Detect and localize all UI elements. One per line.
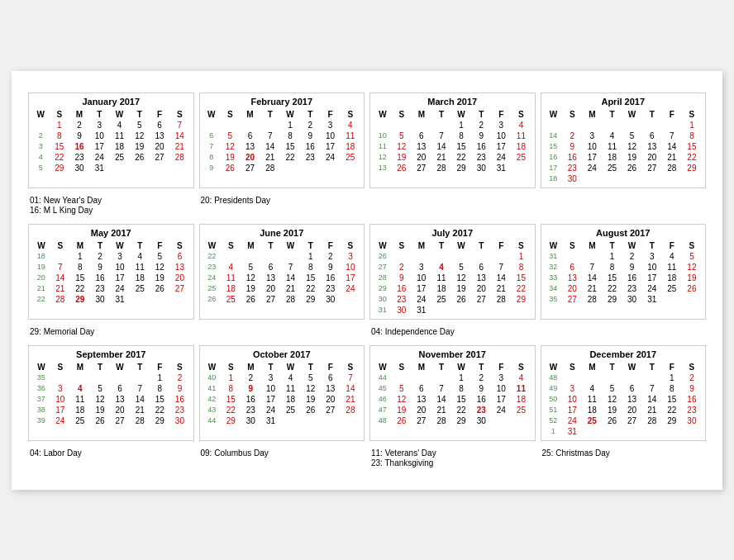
table-cell: 13 (240, 141, 260, 152)
table-cell: 8 (511, 262, 531, 273)
table-cell: 15 (301, 273, 321, 283)
table-cell: 26 (301, 405, 321, 415)
table-cell (240, 120, 260, 131)
table-cell: 25 (130, 283, 150, 294)
table-cell: 29 (221, 415, 241, 426)
table-cell (602, 120, 622, 131)
table-cell (582, 251, 602, 262)
table-cell: 2 (471, 120, 491, 131)
table-cell: 17 (582, 152, 602, 163)
col-header: T (642, 109, 662, 120)
table-cell (150, 294, 169, 305)
table-cell (682, 173, 702, 184)
table-cell: 44 (203, 415, 222, 426)
table-cell: 30 (69, 163, 89, 173)
table-cell: 31 (491, 163, 511, 173)
table-cell: 24 (491, 152, 511, 163)
table-cell: 38 (32, 405, 50, 415)
month-block-10: October 2017WSMTWTFS40123456741891011121… (199, 345, 365, 441)
table-cell: 15 (451, 141, 471, 152)
table-cell: 25 (662, 283, 682, 294)
table-cell: 37 (32, 394, 50, 405)
table-cell: 30 (392, 305, 412, 316)
table-cell: 11 (431, 273, 451, 283)
table-cell: 30 (682, 415, 702, 426)
table-cell: 14 (281, 273, 301, 283)
note-item: 20: Presidents Day (201, 196, 364, 205)
table-cell: 8 (280, 131, 300, 141)
table-cell: 26 (602, 415, 622, 426)
note-day: 09: (201, 448, 212, 458)
col-header: F (662, 240, 682, 251)
table-cell: 8 (451, 383, 471, 394)
table-cell (130, 373, 150, 383)
table-cell: 18 (130, 273, 150, 283)
col-header: T (260, 109, 280, 120)
table-cell: 24 (582, 163, 602, 173)
table-cell: 22 (203, 251, 222, 262)
table-cell: 14 (169, 131, 189, 141)
notes-cell-11: 11: Veterans' Day23: Thanksgiving (369, 446, 536, 470)
table-cell (491, 305, 511, 316)
col-header: T (90, 362, 110, 373)
table-cell (471, 251, 491, 262)
table-cell: 22 (682, 152, 702, 163)
table-cell (622, 426, 642, 437)
table-cell: 12 (130, 131, 150, 141)
table-cell (412, 120, 431, 131)
table-cell: 29 (682, 163, 702, 173)
month-block-12: December 2017WSMTWTFS4812493456789501011… (541, 345, 707, 441)
table-cell (392, 120, 412, 131)
col-header: S (169, 362, 189, 373)
table-cell: 13 (150, 131, 169, 141)
table-cell: 3 (32, 141, 50, 152)
table-cell: 7 (431, 383, 451, 394)
table-cell: 20 (321, 394, 341, 405)
month-block-2: February 2017WSMTWTFS1234656789101171213… (199, 93, 365, 188)
table-cell: 9 (300, 131, 320, 141)
table-cell: 21 (32, 283, 50, 294)
table-cell: 23 (682, 405, 702, 415)
table-cell: 14 (491, 273, 511, 283)
table-cell: 6 (412, 383, 431, 394)
table-cell: 10 (582, 141, 602, 152)
table-cell: 23 (392, 294, 412, 305)
table-cell: 31 (260, 415, 280, 426)
table-cell: 5 (392, 383, 412, 394)
col-header: M (240, 109, 260, 120)
table-cell: 13 (260, 273, 280, 283)
table-cell: 19 (220, 152, 240, 163)
note-item: 01: New Year's Day (30, 196, 193, 205)
table-cell: 10 (260, 383, 280, 394)
table-cell: 24 (562, 415, 582, 426)
table-cell: 12 (301, 383, 321, 394)
table-cell: 18 (221, 283, 241, 294)
table-cell (109, 163, 129, 173)
col-header: T (471, 240, 491, 251)
table-cell (622, 373, 642, 383)
table-cell: 2 (392, 262, 412, 273)
table-cell: 3 (50, 383, 70, 394)
table-cell (374, 120, 392, 131)
table-cell: 2 (69, 120, 89, 131)
table-cell (341, 163, 360, 173)
table-cell: 17 (50, 405, 70, 415)
table-cell: 21 (341, 394, 360, 405)
table-cell: 5 (602, 383, 622, 394)
table-cell: 12 (622, 141, 642, 152)
table-cell: 15 (50, 141, 69, 152)
col-header: T (130, 240, 150, 251)
table-cell: 26 (392, 163, 412, 173)
table-cell: 11 (582, 394, 602, 405)
col-header: W (545, 362, 563, 373)
notes-cell-5: 29: Memorial Day (28, 325, 194, 339)
table-cell: 10 (341, 262, 360, 273)
note-day: 20: (201, 196, 212, 205)
table-cell: 8 (50, 131, 69, 141)
col-header: S (220, 109, 240, 120)
col-header: T (300, 109, 320, 120)
table-cell: 13 (471, 273, 491, 283)
table-cell: 1 (221, 373, 241, 383)
table-cell: 11 (374, 141, 392, 152)
table-cell: 28 (431, 163, 451, 173)
